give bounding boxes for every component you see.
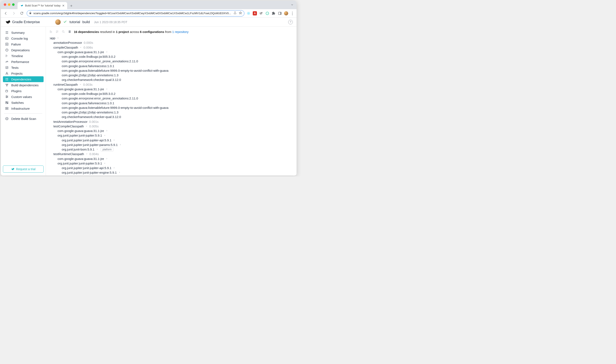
dependency-row[interactable]: com.google.errorprone:error_prone_annota…: [49, 96, 294, 101]
configuration-row[interactable]: testRuntimeClasspath 0.004s: [49, 152, 294, 156]
window-minimize-button[interactable]: [8, 3, 11, 6]
chevron-down-icon[interactable]: [106, 88, 108, 91]
dependency-row[interactable]: com.google.errorprone:error_prone_annota…: [49, 59, 294, 64]
chevron-right-icon[interactable]: [106, 157, 108, 160]
dependency-row[interactable]: com.google.j2objc:j2objc-annotations:1.3: [49, 110, 294, 115]
dependency-row[interactable]: org.checkerframework:checker-qual:3.12.0: [49, 78, 294, 82]
bookmark-star-icon[interactable]: [239, 11, 242, 15]
dependencies-icon: [5, 77, 9, 81]
project-root[interactable]: :app: [49, 36, 294, 40]
dependency-row[interactable]: org.junit.jupiter:junit-jupiter:5.9.1: [49, 161, 294, 166]
dependency-row[interactable]: com.google.guava:listenablefuture:9999.0…: [49, 68, 294, 73]
expand-up-icon[interactable]: [49, 30, 53, 34]
browser-menu-icon[interactable]: ⋮: [290, 11, 294, 15]
share-icon[interactable]: [233, 11, 237, 15]
tabs-dropdown-icon[interactable]: [291, 3, 294, 7]
new-tab-button[interactable]: ＋: [68, 3, 74, 9]
chevron-down-icon[interactable]: [86, 125, 88, 128]
sidebar-item-console-log[interactable]: Console log: [3, 35, 44, 41]
sidebar-delete-build-scan[interactable]: Delete Build Scan: [3, 116, 44, 122]
grammarly-icon[interactable]: [265, 11, 269, 15]
dependency-row[interactable]: org.junit.jupiter:junit-jupiter-params:5…: [49, 143, 294, 147]
sidebar-item-summary[interactable]: Summary: [3, 30, 44, 35]
dependency-row[interactable]: com.google.guava:failureaccess:1.0.1: [49, 64, 294, 68]
dependency-row[interactable]: org.checkerframework:checker-qual:3.12.0: [49, 115, 294, 119]
browser-tab[interactable]: Build Scan™ for 'tutorial' today ✕: [17, 2, 67, 9]
configuration-row[interactable]: compileClasspath 0.006s: [49, 45, 294, 50]
side-panel-icon[interactable]: [278, 11, 282, 15]
chevron-down-icon[interactable]: [104, 162, 106, 165]
sidebar-item-switches[interactable]: Switches: [3, 100, 44, 105]
configuration-row[interactable]: runtimeClasspath 0.003s: [49, 82, 294, 87]
task-name[interactable]: build: [82, 20, 90, 24]
chevron-right-icon[interactable]: [118, 171, 120, 174]
chevron-down-icon[interactable]: [79, 83, 81, 86]
configuration-row[interactable]: annotationProcessor 0.000s: [49, 40, 294, 45]
chevron-right-icon[interactable]: [119, 143, 121, 147]
chevron-right-icon[interactable]: [96, 148, 98, 151]
window-close-button[interactable]: [4, 3, 6, 6]
back-button[interactable]: [3, 10, 9, 16]
sidebar-item-failure[interactable]: Failure: [3, 41, 44, 47]
gradle-enterprise-logo[interactable]: Gradle Enterprise: [5, 20, 40, 24]
sidebar-item-custom-values[interactable]: Custom values: [3, 94, 44, 100]
user-avatar[interactable]: [55, 19, 61, 25]
repo-link[interactable]: 1 repository: [172, 30, 188, 34]
dependency-row[interactable]: com.google.guava:guava:31.1-jre: [49, 50, 294, 54]
forward-button[interactable]: [11, 10, 17, 16]
sidebar-item-infrastructure[interactable]: Infrastructure: [3, 105, 44, 111]
help-icon[interactable]: ?: [288, 20, 293, 24]
profile-avatar-icon[interactable]: [284, 11, 288, 15]
sidebar-item-label: Performance: [11, 60, 29, 64]
svg-rect-21: [6, 90, 8, 92]
dependency-row[interactable]: com.google.code.findbugs:jsr305:3.0.2: [49, 91, 294, 96]
dependency-row[interactable]: com.google.code.findbugs:jsr305:3.0.2: [49, 54, 294, 59]
window-fullscreen-button[interactable]: [12, 3, 15, 6]
chevron-right-icon[interactable]: [113, 139, 115, 142]
dependency-row[interactable]: com.google.guava:guava:31.1-jre: [49, 156, 294, 161]
chevron-down-icon[interactable]: [80, 46, 82, 49]
sidebar-item-performance[interactable]: Performance: [3, 59, 44, 65]
reload-button[interactable]: [19, 10, 25, 16]
sidebar-item-build-dependencies[interactable]: Build dependencies: [3, 82, 44, 88]
sidebar-item-tests[interactable]: Tests: [3, 65, 44, 70]
configuration-row[interactable]: testAnnotationProcessor 0.001s: [49, 119, 294, 124]
languagetool-icon[interactable]: LT: [259, 11, 263, 15]
chevron-down-icon[interactable]: [57, 37, 59, 40]
request-trial-button[interactable]: Request a trial: [3, 166, 44, 173]
dependency-row[interactable]: com.google.guava:guava:31.1-jre: [49, 87, 294, 91]
dependency-row[interactable]: org.junit.jupiter:junit-jupiter-params:5…: [49, 175, 294, 176]
react-devtools-icon[interactable]: [247, 11, 251, 15]
sidebar-item-label: Dependencies: [11, 78, 31, 81]
dependency-row[interactable]: com.google.j2objc:j2objc-annotations:1.3: [49, 73, 294, 78]
dependency-row[interactable]: org.junit.jupiter:junit-jupiter-api:5.9.…: [49, 166, 294, 170]
tab-close-icon[interactable]: ✕: [62, 4, 65, 7]
address-bar[interactable]: scans.gradle.com/s/ergz3dghk4fmi/depende…: [27, 10, 244, 16]
chevron-down-icon[interactable]: [104, 134, 106, 137]
chevron-right-icon[interactable]: [106, 129, 108, 133]
dependency-row[interactable]: org.junit:junit-bom:5.9.1 platform: [49, 147, 294, 152]
adblock-icon[interactable]: A: [253, 11, 257, 15]
expand-down-icon[interactable]: [55, 30, 59, 34]
configuration-row[interactable]: testCompileClasspath 0.005s: [49, 124, 294, 129]
sidebar-item-deprecations[interactable]: Deprecations: [3, 47, 44, 53]
chevron-right-icon[interactable]: [113, 166, 115, 170]
dependency-row[interactable]: org.junit.jupiter:junit-jupiter-api:5.9.…: [49, 138, 294, 143]
sidebar-item-timeline[interactable]: Timeline: [3, 53, 44, 59]
extensions-icon[interactable]: [272, 11, 276, 15]
resolution-time: 0.003s: [83, 83, 92, 87]
chevron-down-icon[interactable]: [86, 152, 88, 156]
dependency-row[interactable]: com.google.guava:failureaccess:1.0.1: [49, 101, 294, 105]
dependency-row[interactable]: com.google.guava:guava:31.1-jre: [49, 129, 294, 133]
dependency-row[interactable]: com.google.guava:listenablefuture:9999.0…: [49, 105, 294, 110]
search-icon[interactable]: [61, 30, 66, 34]
sidebar-item-dependencies[interactable]: Dependencies: [3, 76, 44, 82]
dependency-row[interactable]: org.junit.jupiter:junit-jupiter-engine:5…: [49, 170, 294, 175]
sidebar-item-plugins[interactable]: Plugins: [3, 88, 44, 94]
project-name[interactable]: tutorial: [69, 20, 80, 24]
chevron-down-icon[interactable]: [106, 51, 108, 54]
browser-toolbar: scans.gradle.com/s/ergz3dghk4fmi/depende…: [1, 9, 297, 17]
dependency-row[interactable]: org.junit.jupiter:junit-jupiter:5.9.1: [49, 133, 294, 138]
sidebar-item-projects[interactable]: Projects: [3, 70, 44, 76]
list-icon[interactable]: [67, 30, 72, 34]
